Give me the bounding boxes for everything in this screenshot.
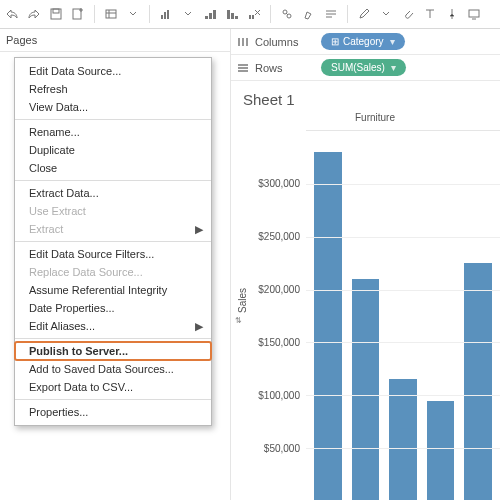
menu-item-extract-data[interactable]: Extract Data...	[15, 184, 211, 202]
pin-icon[interactable]	[442, 4, 462, 24]
menu-item-extract: Extract▶	[15, 220, 211, 238]
rows-shelf-label: Rows	[231, 62, 321, 74]
svg-rect-1	[53, 9, 59, 13]
sheet-title[interactable]: Sheet 1	[231, 81, 500, 112]
svg-rect-23	[238, 70, 248, 72]
menu-item-export-data-to-csv[interactable]: Export Data to CSV...	[15, 378, 211, 396]
svg-rect-11	[231, 13, 234, 19]
y-axis-title[interactable]: Sales	[235, 288, 250, 313]
save-icon[interactable]	[46, 4, 66, 24]
svg-rect-21	[238, 64, 248, 66]
columns-icon	[237, 37, 249, 47]
datasource-context-menu: Edit Data Source...RefreshView Data...Re…	[14, 57, 212, 426]
rows-shelf[interactable]: Rows SUM(Sales)▾	[231, 55, 500, 81]
menu-item-assume-referential-integrity[interactable]: Assume Referential Integrity	[15, 281, 211, 299]
svg-rect-3	[106, 10, 116, 18]
y-tick: $200,000	[258, 284, 300, 295]
presentation-icon[interactable]	[464, 4, 484, 24]
plot-area[interactable]	[306, 130, 500, 500]
y-tick: $100,000	[258, 390, 300, 401]
columns-shelf[interactable]: Columns ⊞Category▾	[231, 29, 500, 55]
new-worksheet-icon[interactable]	[101, 4, 121, 24]
rows-icon	[237, 63, 249, 73]
axis-sort-icon[interactable]: ⇅	[235, 316, 250, 325]
new-sheet-icon[interactable]	[68, 4, 88, 24]
svg-rect-22	[238, 67, 248, 69]
bar-Chairs[interactable]	[352, 279, 380, 500]
sort-desc-icon[interactable]	[222, 4, 242, 24]
bar-(next)[interactable]	[464, 263, 492, 500]
datasource-label: perstore	[0, 55, 2, 66]
menu-item-rename[interactable]: Rename...	[15, 123, 211, 141]
chart-area: Sales ⇅ Furniture $50,000$100,000$150,00…	[231, 112, 500, 500]
menu-item-view-data[interactable]: View Data...	[15, 98, 211, 116]
group-icon[interactable]	[277, 4, 297, 24]
menu-item-use-extract: Use Extract	[15, 202, 211, 220]
svg-rect-20	[246, 38, 248, 46]
menu-item-edit-data-source[interactable]: Edit Data Source...	[15, 62, 211, 80]
pages-panel-header: Pages	[0, 29, 230, 52]
svg-rect-6	[167, 10, 169, 19]
y-ticks: $50,000$100,000$150,000$200,000$250,000$…	[250, 130, 304, 500]
menu-item-close[interactable]: Close	[15, 159, 211, 177]
bars	[306, 131, 500, 500]
menu-item-publish-to-server[interactable]: Publish to Server...	[15, 342, 211, 360]
menu-item-properties[interactable]: Properties...	[15, 403, 211, 421]
undo-icon[interactable]	[2, 4, 22, 24]
chevron-down-icon[interactable]	[123, 4, 143, 24]
svg-rect-8	[209, 13, 212, 19]
attach-icon[interactable]	[398, 4, 418, 24]
svg-rect-9	[213, 10, 216, 19]
clear-icon[interactable]	[244, 4, 264, 24]
y-tick: $150,000	[258, 337, 300, 348]
svg-rect-14	[252, 15, 254, 19]
format-icon[interactable]	[321, 4, 341, 24]
columns-pill-category[interactable]: ⊞Category▾	[321, 33, 405, 50]
y-tick: $50,000	[264, 443, 300, 454]
body: nalytics perstore (generated) Pages Edit…	[0, 29, 500, 500]
highlight-icon[interactable]	[299, 4, 319, 24]
svg-rect-19	[242, 38, 244, 46]
chart: Furniture $50,000$100,000$150,000$200,00…	[250, 112, 500, 500]
svg-rect-5	[164, 12, 166, 19]
svg-rect-12	[235, 16, 238, 19]
shelves: Columns ⊞Category▾ Rows SUM(Sales)▾	[231, 29, 500, 81]
sort-asc-icon[interactable]	[200, 4, 220, 24]
mid-column: nalytics perstore (generated) Pages Edit…	[0, 29, 230, 500]
menu-item-refresh[interactable]: Refresh	[15, 80, 211, 98]
bar-Furnishings[interactable]	[389, 379, 417, 500]
chevron-down-icon[interactable]	[376, 4, 396, 24]
menu-item-duplicate[interactable]: Duplicate	[15, 141, 211, 159]
menu-item-add-to-saved-data-sources[interactable]: Add to Saved Data Sources...	[15, 360, 211, 378]
menu-item-replace-data-source: Replace Data Source...	[15, 263, 211, 281]
svg-rect-4	[161, 15, 163, 19]
right-column: Columns ⊞Category▾ Rows SUM(Sales)▾ Shee…	[230, 29, 500, 500]
menu-item-edit-aliases[interactable]: Edit Aliases...▶	[15, 317, 211, 335]
menu-item-date-properties[interactable]: Date Properties...	[15, 299, 211, 317]
rows-pill-sum-sales[interactable]: SUM(Sales)▾	[321, 59, 406, 76]
bar-Tables[interactable]	[427, 401, 455, 500]
svg-rect-18	[238, 38, 240, 46]
category-header[interactable]: Furniture	[250, 112, 500, 123]
svg-rect-17	[469, 10, 479, 17]
y-tick: $300,000	[258, 178, 300, 189]
text-icon[interactable]	[420, 4, 440, 24]
toolbar	[0, 0, 500, 29]
menu-item-edit-data-source-filters[interactable]: Edit Data Source Filters...	[15, 245, 211, 263]
pages-label: Pages	[6, 34, 37, 46]
svg-rect-7	[205, 16, 208, 19]
y-tick: $250,000	[258, 231, 300, 242]
columns-shelf-label: Columns	[231, 36, 321, 48]
analytics-tab-label[interactable]: nalytics	[0, 31, 2, 43]
chevron-down-icon[interactable]	[178, 4, 198, 24]
svg-rect-10	[227, 10, 230, 19]
pencil-icon[interactable]	[354, 4, 374, 24]
swap-icon[interactable]	[156, 4, 176, 24]
svg-rect-13	[249, 15, 251, 19]
redo-icon[interactable]	[24, 4, 44, 24]
